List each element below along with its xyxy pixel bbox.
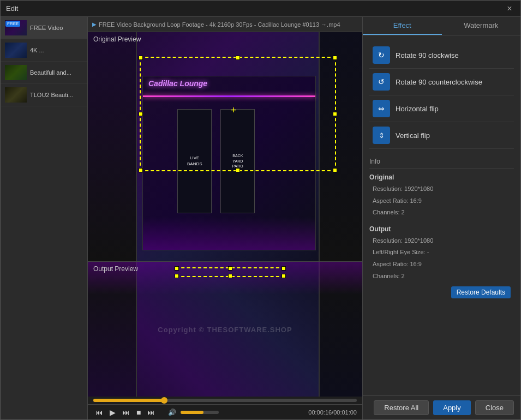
sidebar-thumb-4 [5,87,27,103]
crop-handle-tl[interactable] [139,56,143,60]
info-section: Info Original Resolution: 1920*1080 Aspe… [369,154,514,298]
output-preview: Output Preview Copyright © THESOFTWARE.S… [88,261,362,397]
progress-bar[interactable] [93,399,357,402]
progress-fill [93,399,164,402]
apply-button[interactable]: Apply [433,400,471,415]
edit-window: Edit × FREE FREE Video 4K ... [0,0,521,420]
volume-fill [181,411,203,414]
output-eye-size: Left/Right Eye Size: - [369,247,514,259]
close-button[interactable]: Close [475,400,514,415]
crop-handle-ml[interactable] [139,112,143,116]
time-display: 00:00:16/00:01:00 [308,409,357,416]
stop-button[interactable]: ■ [134,407,143,418]
flip-v-icon: ⇕ [373,127,390,144]
sidebar-label-1: FREE Video [30,24,63,32]
original-preview: Original Preview Cadillac Lounge LIVEBAN… [88,32,362,261]
volume-icon: 🔊 [166,407,178,417]
sidebar-label-3: Beautifull and... [30,69,71,76]
progress-section [88,397,362,404]
rotate-cw-action[interactable]: ↻ Rotate 90 clockwise [369,42,514,69]
sidebar-thumb-3 [5,65,27,80]
building-left [88,32,137,261]
controls-bar: ⏮ ▶ ⏭ ■ ⏭ 🔊 00:00:16/00:01:00 [88,404,362,419]
flip-v-label: Vertical flip [396,131,430,140]
end-button[interactable]: ⏭ [145,407,157,418]
output-info-title: Output [369,225,514,233]
close-window-button[interactable]: × [504,3,515,14]
window-title: Edit [6,4,504,13]
crop-handle-mr[interactable] [333,112,337,116]
crop-handle-bl[interactable] [139,168,143,172]
flip-h-label: Horizontal flip [396,105,439,113]
crop-overlay[interactable] [140,57,336,171]
center-panel: ▶ FREE Video Background Loop Footage - 4… [88,17,362,419]
rotate-cw-icon: ↻ [373,46,390,64]
volume-bar[interactable] [181,411,219,414]
street-glow [143,217,315,250]
crop-handle-bm[interactable] [236,168,240,172]
restore-defaults-button[interactable]: Restore Defaults [451,286,511,298]
file-path-text: FREE Video Background Loop Footage - 4k … [99,21,340,28]
output-channels: Channels: 2 [369,271,514,283]
sidebar-item-4[interactable]: TLOU2 Beauti... [1,84,87,106]
crop-handle-tm[interactable] [236,56,240,60]
right-panel-tabs: Effect Watermark [363,17,520,35]
main-content: FREE FREE Video 4K ... Beautifull and... [1,17,520,419]
progress-handle[interactable] [161,397,167,404]
info-header: Info [369,154,514,169]
original-preview-label: Original Preview [93,35,141,43]
title-bar: Edit × [1,1,520,17]
copyright-overlay: Copyright © THESOFTWARE.SHOP [158,325,292,333]
output-aspect-ratio: Aspect Ratio: 16:9 [369,259,514,271]
right-panel: Effect Watermark ↻ Rotate 90 clockwise ↺… [362,17,520,419]
right-panel-content: ↻ Rotate 90 clockwise ↺ Rotate 90 counte… [363,35,520,395]
file-path-bar: ▶ FREE Video Background Loop Footage - 4… [88,17,362,32]
tab-watermark[interactable]: Watermark [442,17,521,35]
file-play-icon: ▶ [92,21,97,27]
skip-to-start-button[interactable]: ⏮ [93,407,105,418]
sidebar-thumb-1: FREE [5,20,27,35]
original-info-title: Original [369,173,514,181]
tab-effect[interactable]: Effect [363,17,442,35]
rotate-ccw-label: Rotate 90 counterclockwise [396,78,482,86]
play-button[interactable]: ▶ [107,407,118,418]
sidebar-label-4: TLOU2 Beauti... [30,91,73,99]
rotate-ccw-icon: ↺ [373,73,390,91]
output-crop-overlay [176,267,285,277]
sidebar-item-3[interactable]: Beautifull and... [1,62,87,84]
skip-frame-button[interactable]: ⏭ [120,407,132,418]
original-aspect-ratio: Aspect Ratio: 16:9 [369,195,514,207]
crop-handle-br[interactable] [333,168,337,172]
original-channels: Channels: 2 [369,207,514,219]
sidebar-item-1[interactable]: FREE FREE Video [1,17,87,39]
sidebar: FREE FREE Video 4K ... Beautifull and... [1,17,88,419]
crop-handle-tr[interactable] [333,56,337,60]
sidebar-label-2: 4K ... [30,46,44,54]
flip-v-action[interactable]: ⇕ Vertical flip [369,122,514,149]
rotate-cw-label: Rotate 90 clockwise [396,51,459,59]
output-preview-label: Output Preview [93,265,138,273]
sidebar-thumb-2 [5,43,27,58]
sidebar-item-2[interactable]: 4K ... [1,39,87,62]
original-resolution: Resolution: 1920*1080 [369,183,514,195]
original-preview-image: Cadillac Lounge LIVEBANDS BACKYARDPATIO [88,32,362,261]
sidebar-badge-1: FREE [5,21,20,27]
flip-h-icon: ⇔ [373,100,390,117]
crop-crosshair [233,110,242,118]
restore-all-button[interactable]: Restore All [374,400,429,415]
output-resolution: Resolution: 1920*1080 [369,235,514,247]
rotate-ccw-action[interactable]: ↺ Rotate 90 counterclockwise [369,69,514,95]
flip-h-action[interactable]: ⇔ Horizontal flip [369,95,514,122]
bottom-bar: Restore All Apply Close [363,395,520,419]
